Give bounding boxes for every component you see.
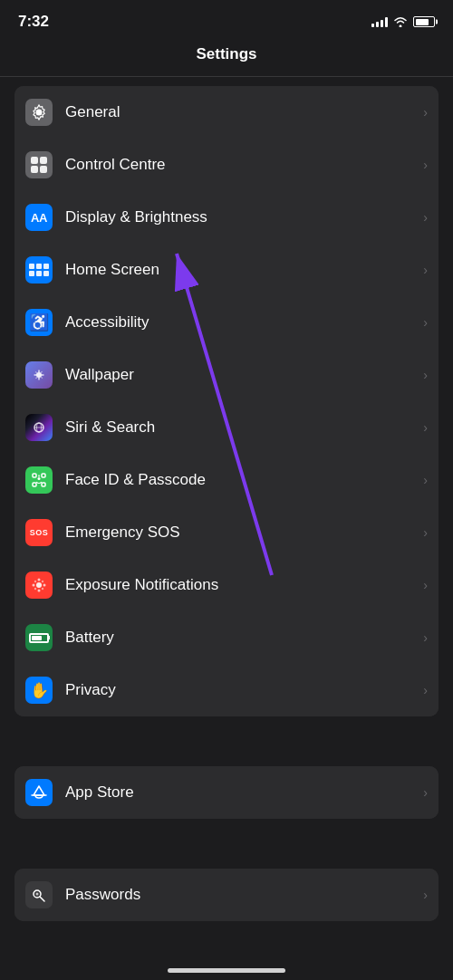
status-time: 7:32	[18, 13, 49, 31]
settings-row-faceid[interactable]: Face ID & Passcode ›	[14, 454, 439, 506]
svg-point-12	[36, 582, 42, 588]
siri-icon	[25, 414, 53, 441]
header: Settings	[0, 38, 453, 77]
status-icons	[371, 16, 435, 27]
settings-row-passwords[interactable]: Passwords ›	[14, 869, 439, 921]
faceid-label: Face ID & Passcode	[65, 471, 416, 489]
wallpaper-label: Wallpaper	[65, 366, 416, 384]
settings-row-exposure[interactable]: Exposure Notifications ›	[14, 559, 439, 611]
settings-row-privacy[interactable]: ✋ Privacy ›	[14, 664, 439, 716]
display-icon: AA	[25, 204, 53, 231]
wifi-icon	[393, 16, 408, 27]
exposure-chevron: ›	[423, 578, 428, 592]
battery-chevron: ›	[423, 630, 428, 645]
appstore-chevron: ›	[423, 785, 428, 800]
home-screen-icon	[25, 256, 53, 283]
battery-status-icon	[413, 16, 435, 27]
wallpaper-chevron: ›	[423, 368, 428, 382]
home-screen-label: Home Screen	[65, 261, 416, 279]
accessibility-icon: ♿	[25, 309, 53, 336]
svg-point-20	[42, 588, 43, 590]
display-chevron: ›	[423, 210, 428, 225]
status-bar: 7:32	[0, 0, 453, 38]
settings-row-home-screen[interactable]: Home Screen ›	[14, 244, 439, 296]
appstore-icon-badge	[25, 779, 53, 806]
svg-point-19	[34, 588, 36, 590]
exposure-icon	[25, 572, 53, 599]
emergency-sos-icon: SOS	[25, 519, 53, 546]
section-gap-2	[0, 828, 453, 860]
appstore-label: App Store	[65, 783, 416, 802]
faceid-icon	[25, 466, 53, 494]
svg-rect-9	[42, 483, 45, 486]
settings-row-battery[interactable]: Battery ›	[14, 611, 439, 664]
settings-row-general[interactable]: General ›	[14, 86, 439, 139]
svg-point-22	[36, 893, 39, 896]
svg-point-14	[38, 590, 41, 592]
emergency-sos-label: Emergency SOS	[65, 524, 416, 542]
signal-icon	[371, 16, 388, 27]
svg-point-18	[42, 581, 43, 582]
settings-row-siri[interactable]: Siri & Search ›	[14, 401, 439, 454]
exposure-label: Exposure Notifications	[65, 576, 416, 594]
settings-row-accessibility[interactable]: ♿ Accessibility ›	[14, 296, 439, 349]
settings-section-main: General › Control Centre › AA Display & …	[14, 86, 439, 716]
general-chevron: ›	[423, 105, 428, 120]
svg-point-10	[38, 477, 41, 480]
wallpaper-icon	[25, 361, 53, 389]
svg-rect-8	[33, 483, 36, 486]
control-centre-label: Control Centre	[65, 156, 416, 174]
settings-row-control-centre[interactable]: Control Centre ›	[14, 139, 439, 191]
siri-label: Siri & Search	[65, 418, 416, 437]
general-icon	[25, 99, 53, 126]
svg-point-17	[34, 581, 36, 582]
battery-icon	[25, 624, 53, 651]
privacy-chevron: ›	[423, 683, 428, 697]
accessibility-chevron: ›	[423, 315, 428, 330]
control-centre-icon	[25, 151, 53, 178]
svg-point-15	[33, 584, 35, 587]
siri-chevron: ›	[423, 420, 428, 435]
svg-point-13	[38, 579, 41, 581]
passwords-icon	[25, 881, 53, 908]
home-indicator	[168, 968, 285, 973]
settings-section-apps: App Store ›	[14, 766, 439, 819]
section-gap-1	[0, 725, 453, 757]
settings-row-display[interactable]: AA Display & Brightness ›	[14, 191, 439, 244]
passwords-chevron: ›	[423, 888, 428, 902]
display-label: Display & Brightness	[65, 208, 416, 226]
settings-row-emergency-sos[interactable]: SOS Emergency SOS ›	[14, 506, 439, 559]
svg-point-16	[43, 584, 46, 587]
control-centre-chevron: ›	[423, 158, 428, 172]
passwords-label: Passwords	[65, 886, 416, 904]
privacy-label: Privacy	[65, 681, 416, 699]
settings-row-wallpaper[interactable]: Wallpaper ›	[14, 349, 439, 401]
settings-row-appstore[interactable]: App Store ›	[14, 766, 439, 819]
faceid-chevron: ›	[423, 473, 428, 487]
settings-section-passwords: Passwords ›	[14, 869, 439, 921]
page-title: Settings	[196, 45, 256, 62]
home-screen-chevron: ›	[423, 263, 428, 277]
battery-label: Battery	[65, 629, 416, 647]
svg-rect-6	[33, 474, 36, 477]
emergency-sos-chevron: ›	[423, 525, 428, 540]
privacy-icon: ✋	[25, 677, 53, 704]
accessibility-label: Accessibility	[65, 313, 416, 331]
general-label: General	[65, 103, 416, 121]
svg-rect-7	[42, 474, 45, 477]
